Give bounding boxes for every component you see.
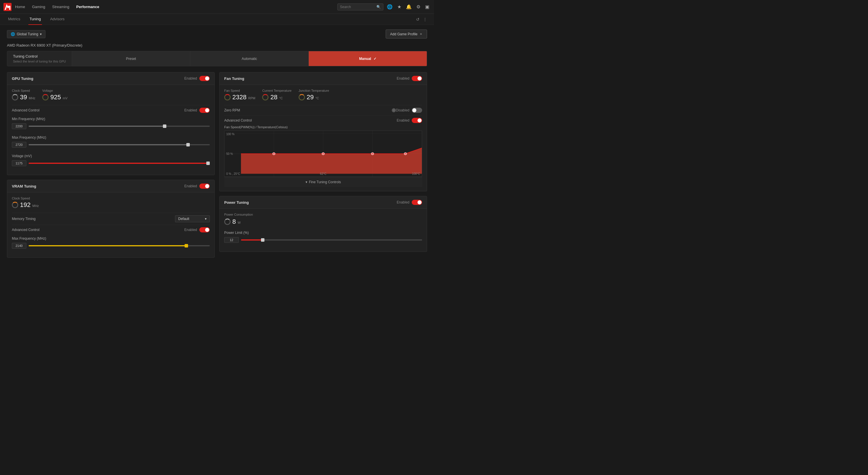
- min-freq-slider[interactable]: [29, 126, 210, 127]
- vram-max-freq-slider-row: 2140: [12, 243, 210, 249]
- fan-speed-label: Fan Speed: [224, 89, 255, 92]
- fan-advanced-toggle[interactable]: [412, 118, 422, 123]
- voltage-value: 925: [50, 93, 61, 101]
- search-input[interactable]: [340, 5, 375, 9]
- svg-point-9: [273, 152, 275, 155]
- current-temp-unit: °C: [279, 96, 283, 100]
- power-tuning-toggle[interactable]: [412, 200, 422, 205]
- panels-row: GPU Tuning Enabled Clock Speed 39 MHz: [7, 72, 427, 258]
- clock-speed-value: 39: [20, 93, 27, 101]
- fan-tuning-title: Fan Tuning: [224, 77, 397, 81]
- svg-point-12: [404, 152, 407, 155]
- monitor-icon[interactable]: ▣: [424, 3, 431, 11]
- chevron-down-icon: ▾: [306, 180, 307, 184]
- gear-icon[interactable]: ⚙: [415, 3, 422, 11]
- clock-spinner: [12, 94, 18, 100]
- current-temp-value: 28: [270, 93, 277, 101]
- gpu-tuning-title: GPU Tuning: [12, 77, 184, 81]
- power-limit-slider-row: 12: [224, 237, 422, 243]
- vram-clock-unit: MHz: [32, 204, 39, 208]
- tuning-option-preset[interactable]: Preset: [72, 51, 190, 66]
- clock-speed-unit: MHz: [29, 96, 35, 100]
- zero-rpm-label: Zero RPM: [224, 108, 391, 112]
- zero-rpm-row: Zero RPM i Disabled: [224, 105, 422, 115]
- power-value: 8: [232, 218, 236, 226]
- vram-clock-label: Clock Speed: [12, 197, 39, 200]
- max-freq-slider[interactable]: [29, 144, 210, 145]
- current-temp-value-row: 28 °C: [262, 93, 291, 101]
- fan-speed-value: 2328: [232, 93, 247, 101]
- fan-enabled-label: Enabled: [397, 77, 409, 81]
- vram-clock-value-row: 192 MHz: [12, 201, 39, 209]
- nav-links: Home Gaming Streaming Performance: [15, 3, 337, 10]
- refresh-icon[interactable]: ↺: [416, 17, 420, 22]
- zero-rpm-toggle[interactable]: [412, 108, 422, 113]
- tab-tuning[interactable]: Tuning: [28, 14, 42, 25]
- fine-tuning-row[interactable]: ▾ Fine Tuning Controls: [224, 177, 422, 187]
- vram-tuning-toggle[interactable]: [199, 183, 210, 189]
- top-nav: Home Gaming Streaming Performance 🔍 🌐 ★ …: [0, 0, 434, 14]
- nav-performance[interactable]: Performance: [76, 3, 99, 10]
- svg-point-10: [322, 152, 324, 155]
- fan-tuning-header: Fan Tuning Enabled: [220, 72, 427, 85]
- fan-tuning-toggle[interactable]: [412, 76, 422, 81]
- junction-temp-label: Junction Temperature: [299, 89, 329, 92]
- junction-temp-unit: °C: [315, 96, 319, 100]
- fan-speed-unit: RPM: [248, 96, 255, 100]
- star-icon[interactable]: ★: [396, 3, 402, 11]
- voltage-label: Voltage: [42, 89, 67, 92]
- tab-metrics[interactable]: Metrics: [7, 14, 22, 25]
- chart-x-0: 0 % , 25°C: [226, 172, 240, 175]
- fan-tuning-body: Fan Speed 2328 RPM Current Temperature: [220, 85, 427, 191]
- amd-logo: [3, 3, 11, 11]
- min-freq-slider-row: 2200: [12, 123, 210, 129]
- nav-gaming[interactable]: Gaming: [32, 3, 45, 10]
- fan-chart-container[interactable]: 100 % 50 % 0 % , 25°C 62°C 100°C: [224, 130, 422, 177]
- memory-timing-select[interactable]: Default ▾: [175, 215, 210, 222]
- memory-timing-value: Default: [178, 217, 189, 221]
- power-tuning-title: Power Tuning: [224, 200, 397, 205]
- power-spinner: [224, 218, 230, 225]
- tuning-option-manual[interactable]: Manual ✓: [308, 51, 427, 66]
- search-icon: 🔍: [376, 5, 381, 9]
- nav-right: 🔍 🌐 ★ 🔔 ⚙ ▣: [337, 3, 431, 11]
- power-tuning-header: Power Tuning Enabled: [220, 196, 427, 209]
- voltage-mv-slider[interactable]: [29, 163, 210, 164]
- tuning-control-title: Tuning Control: [13, 54, 66, 58]
- main-content: 🌐 Global Tuning ▾ Add Game Profile ＋ AMD…: [0, 25, 434, 262]
- add-game-profile-button[interactable]: Add Game Profile ＋: [386, 30, 427, 38]
- tab-advisors[interactable]: Advisors: [49, 14, 66, 25]
- nav-streaming[interactable]: Streaming: [52, 3, 69, 10]
- gpu-tuning-toggle[interactable]: [199, 76, 210, 81]
- globe-small-icon: 🌐: [11, 32, 15, 36]
- voltage-spinner: [42, 94, 49, 100]
- vram-max-freq-section: Max Frequency (MHz) 2140: [12, 235, 210, 253]
- global-tuning-button[interactable]: 🌐 Global Tuning ▾: [7, 30, 45, 38]
- zero-rpm-info-icon[interactable]: i: [392, 108, 396, 112]
- power-enabled-label: Enabled: [397, 200, 409, 204]
- clock-speed-label: Clock Speed: [12, 89, 35, 92]
- advanced-control-toggle[interactable]: [199, 108, 210, 113]
- voltage-stat: Voltage 925 mV: [42, 89, 67, 101]
- power-limit-slider[interactable]: [241, 239, 422, 241]
- vram-advanced-toggle[interactable]: [199, 227, 210, 232]
- nav-home[interactable]: Home: [15, 3, 25, 10]
- tuning-option-automatic[interactable]: Automatic: [190, 51, 308, 66]
- more-icon[interactable]: ⋮: [423, 17, 427, 22]
- svg-marker-1: [8, 6, 10, 10]
- vram-clock-value: 192: [20, 201, 31, 209]
- search-box[interactable]: 🔍: [337, 3, 383, 10]
- chart-y-max: 100 %: [226, 132, 235, 136]
- vram-max-freq-slider[interactable]: [29, 245, 210, 246]
- vram-max-freq-value: 2140: [12, 243, 26, 249]
- temp-spinner: [262, 94, 269, 100]
- tuning-control: Tuning Control Select the level of tunin…: [7, 51, 427, 66]
- chart-x-2: 100°C: [412, 172, 420, 175]
- vram-tuning-body: Clock Speed 192 MHz Memory Timing D: [7, 192, 214, 257]
- svg-point-11: [371, 152, 374, 155]
- globe-icon[interactable]: 🌐: [386, 3, 394, 11]
- power-limit-section: Power Limit (%) 12: [224, 229, 422, 247]
- gpu-name: AMD Radeon RX 6900 XT (Primary/Discrete): [7, 43, 427, 48]
- bell-icon[interactable]: 🔔: [405, 3, 413, 11]
- fan-stats-row: Fan Speed 2328 RPM Current Temperature: [224, 89, 422, 101]
